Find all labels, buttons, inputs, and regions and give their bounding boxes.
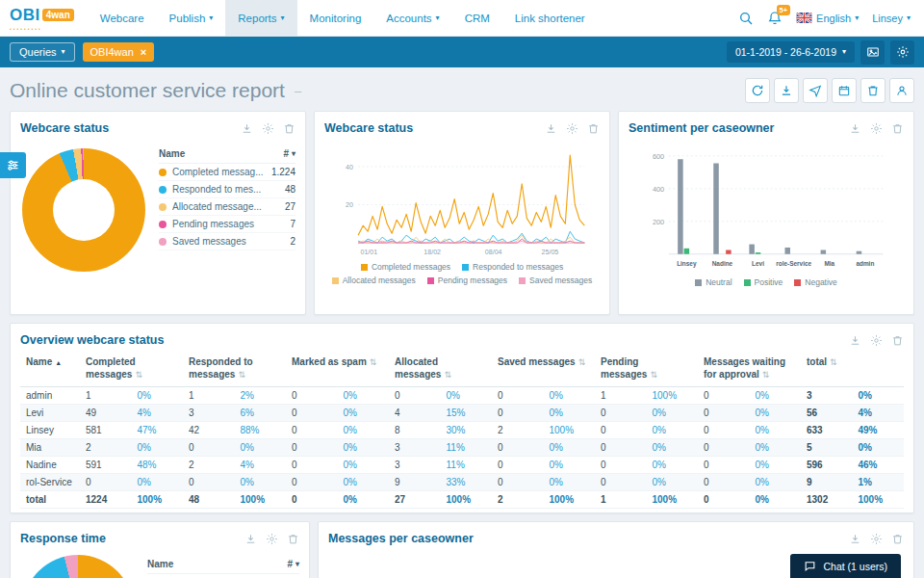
cell-percent: 0% [750, 405, 802, 422]
cell-value: 0 [595, 457, 647, 474]
schedule-report-button[interactable] [832, 78, 857, 103]
nav-item-link-shortener[interactable]: Link shortener [502, 0, 598, 36]
card-download-button[interactable] [545, 122, 557, 135]
cell-value: 0 [286, 405, 338, 422]
filter-panel-toggle[interactable] [0, 152, 26, 178]
legend-item: Pending messages7 [159, 216, 295, 233]
card-delete-button[interactable] [283, 122, 295, 135]
cell-value: 3 [801, 387, 853, 405]
card-title: Webcare status [20, 121, 109, 135]
download-report-button[interactable] [774, 78, 799, 103]
legend-item: Positive [744, 277, 783, 287]
cell-value: 0 [492, 474, 544, 491]
legend-header-count[interactable]: #▾ [287, 559, 299, 569]
nav-item-publish[interactable]: Publish▾ [157, 0, 226, 36]
webcare-status-line-chart: 204001/0118/0208/0425/05 [324, 141, 600, 258]
legend-item: Saved messages2 [159, 233, 295, 250]
download-icon [849, 533, 861, 545]
nav-item-webcare[interactable]: Webcare [88, 0, 157, 36]
download-icon [849, 122, 861, 135]
gear-icon [262, 122, 274, 135]
card-settings-button[interactable] [870, 533, 883, 545]
column-header-responded-to-messages[interactable]: Responded to messages⇅ [183, 353, 286, 387]
dashboard-settings-button[interactable] [890, 40, 914, 65]
queries-dropdown[interactable]: Queries ▾ [10, 42, 75, 62]
donut-legend: Name #▾ Completed messag...1.224 Respond… [159, 146, 295, 250]
row-name: Mia [20, 439, 80, 457]
notifications-button[interactable]: 5+ [767, 11, 783, 26]
chat-icon [804, 560, 816, 572]
line-chart-legend: Completed messages Responded to messages… [324, 262, 600, 285]
cell-value: 2 [183, 457, 235, 474]
share-user-button[interactable] [889, 78, 914, 103]
legend-item: Saved messages [519, 276, 592, 285]
delete-report-button[interactable] [860, 78, 886, 103]
nav-item-crm[interactable]: CRM [452, 0, 502, 36]
search-button[interactable] [738, 11, 754, 26]
cell-percent: 0% [338, 474, 390, 491]
card-delete-button[interactable] [287, 533, 299, 545]
refresh-icon [751, 84, 764, 97]
cell-percent: 47% [132, 422, 184, 439]
webcare-status-donut-chart [22, 148, 145, 272]
row-name: Nadine [20, 457, 80, 474]
card-settings-button[interactable] [870, 334, 883, 347]
nav-item-monitoring[interactable]: Monitoring [297, 0, 374, 36]
send-report-button[interactable] [803, 78, 828, 103]
card-download-button[interactable] [849, 533, 861, 545]
column-header-completed-messages[interactable]: Completed messages⇅ [80, 353, 183, 387]
legend-header-count[interactable]: #▾ [283, 148, 295, 159]
column-header-messages-waiting-for-approval[interactable]: Messages waiting for approval⇅ [698, 353, 801, 387]
sort-icon: ⇅ [370, 357, 377, 367]
card-settings-button[interactable] [870, 122, 883, 135]
chat-button[interactable]: Chat (1 users) [790, 554, 901, 578]
cell-percent: 48% [132, 457, 184, 474]
row-name: admin [20, 387, 80, 405]
nav-item-accounts[interactable]: Accounts▾ [373, 0, 451, 36]
cell-percent: 0% [647, 439, 699, 457]
cell-percent: 0% [338, 491, 390, 509]
column-header-allocated-messages[interactable]: Allocated messages⇅ [389, 353, 492, 387]
cell-percent: 33% [441, 474, 493, 491]
cell-percent: 0% [544, 457, 596, 474]
column-header-total[interactable]: total⇅ [801, 353, 904, 387]
card-download-button[interactable] [849, 122, 861, 135]
cell-value: 2 [492, 422, 544, 439]
card-delete-button[interactable] [891, 334, 904, 347]
close-icon[interactable]: × [141, 46, 146, 58]
svg-text:600: 600 [653, 152, 664, 161]
nav-item-reports[interactable]: Reports▾ [225, 0, 296, 36]
card-settings-button[interactable] [262, 122, 274, 135]
card-download-button[interactable] [849, 334, 861, 347]
date-range-picker[interactable]: 01-1-2019 - 26-6-2019 ▾ [727, 41, 855, 63]
card-delete-button[interactable] [891, 533, 904, 545]
legend-item: Completed messages [361, 262, 450, 272]
logo[interactable]: OBI 4wan ••••••••• [0, 0, 88, 36]
cell-value: 0 [492, 439, 544, 457]
refresh-button[interactable] [745, 78, 770, 103]
series-dot [159, 238, 167, 246]
title-edit-hint[interactable]: – [295, 84, 301, 98]
column-header-saved-messages[interactable]: Saved messages⇅ [492, 353, 595, 387]
column-header-name[interactable]: Name▲ [20, 353, 80, 387]
user-menu[interactable]: Linsey ▾ [872, 13, 911, 24]
cell-value: 1224 [80, 491, 132, 509]
cell-value: 3 [389, 439, 441, 457]
notification-badge: 5+ [777, 5, 791, 15]
export-image-button[interactable] [860, 40, 885, 65]
card-download-button[interactable] [244, 533, 257, 545]
card-delete-button[interactable] [891, 122, 904, 135]
column-header-pending-messages[interactable]: Pending messages⇅ [595, 353, 698, 387]
legend-header-name[interactable]: Name [159, 148, 185, 159]
card-download-button[interactable] [241, 122, 253, 135]
series-swatch [361, 264, 368, 271]
legend-header-name[interactable]: Name [147, 559, 173, 569]
card-settings-button[interactable] [266, 533, 278, 545]
card-webcare-status-donut: Webcare status Name #▾ Completed messag.… [10, 111, 306, 315]
card-delete-button[interactable] [587, 122, 600, 135]
language-selector[interactable]: English ▾ [796, 13, 859, 24]
column-header-marked-as-spam[interactable]: Marked as spam⇅ [286, 353, 389, 387]
card-settings-button[interactable] [566, 122, 578, 135]
svg-text:200: 200 [653, 218, 664, 226]
filter-tag-obi4wan[interactable]: OBI4wan × [83, 42, 155, 62]
